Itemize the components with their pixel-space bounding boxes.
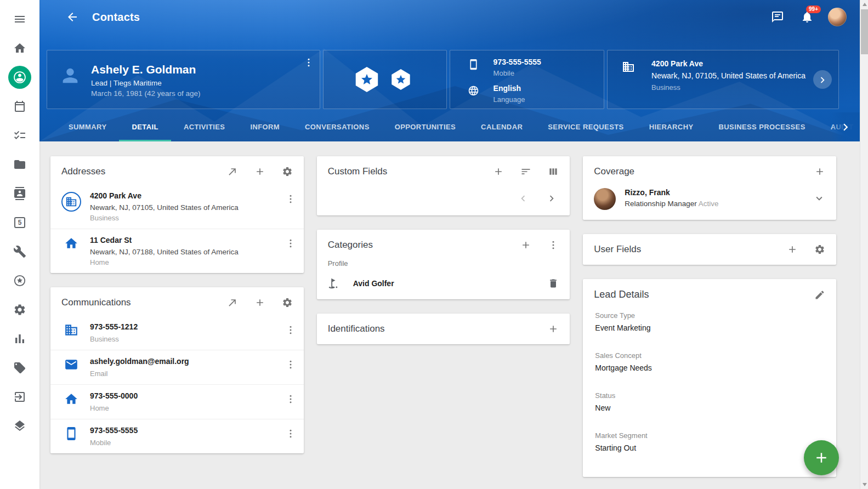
communications-add-button[interactable] bbox=[254, 297, 265, 308]
tab-inform[interactable]: INFORM bbox=[237, 112, 292, 141]
chevron-right-icon bbox=[546, 192, 558, 204]
tab-calendar[interactable]: CALENDAR bbox=[468, 112, 535, 141]
sidebar-item-layers[interactable] bbox=[0, 411, 39, 440]
address-row-home[interactable]: 11 Cedar St Newark, NJ, 07188, United St… bbox=[50, 229, 304, 273]
chevron-left-icon bbox=[517, 192, 529, 204]
communication-type: Business bbox=[90, 335, 285, 343]
lead-field-status: Status New bbox=[595, 391, 824, 412]
communications-open-button[interactable] bbox=[227, 297, 238, 308]
user-fields-settings-button[interactable] bbox=[814, 244, 825, 255]
user-avatar[interactable] bbox=[828, 8, 847, 26]
sidebar-item-directory[interactable] bbox=[0, 179, 39, 208]
user-fields-add-button[interactable] bbox=[787, 244, 798, 255]
scroll-up-button[interactable] bbox=[860, 0, 868, 9]
chevron-right-icon bbox=[838, 120, 853, 134]
communication-type: Mobile bbox=[90, 439, 285, 447]
chat-button[interactable] bbox=[771, 10, 784, 24]
communication-row-menu-button[interactable] bbox=[285, 359, 296, 370]
back-arrow-icon bbox=[66, 10, 79, 24]
sidebar-item-rewards[interactable] bbox=[0, 266, 39, 295]
tabs-scroll-right-button[interactable] bbox=[831, 112, 860, 141]
sidebar-item-folders[interactable] bbox=[0, 150, 39, 179]
app-window: 5 bbox=[0, 0, 868, 489]
custom-fields-columns-button[interactable] bbox=[548, 166, 559, 177]
address-street: 11 Cedar St bbox=[90, 235, 285, 246]
sidebar-item-calendar[interactable] bbox=[0, 92, 39, 121]
tab-detail[interactable]: DETAIL bbox=[119, 112, 171, 141]
addresses-open-button[interactable] bbox=[227, 166, 238, 177]
tab-conversations[interactable]: CONVERSATIONS bbox=[292, 112, 382, 141]
communication-row-menu-button[interactable] bbox=[285, 394, 296, 405]
add-record-fab[interactable] bbox=[804, 440, 839, 475]
tab-opportunities[interactable]: OPPORTUNITIES bbox=[382, 112, 468, 141]
communication-row-menu-button[interactable] bbox=[285, 325, 296, 336]
column-3: Coverage Rizzo, Frank Relationship Manag… bbox=[583, 156, 836, 477]
hexagon-star-badge-1[interactable] bbox=[354, 67, 379, 92]
user-fields-card: User Fields bbox=[583, 234, 836, 265]
sidebar-item-offers[interactable] bbox=[0, 353, 39, 382]
custom-fields-sort-button[interactable] bbox=[520, 166, 531, 177]
sidebar-item-contacts-active[interactable] bbox=[0, 62, 39, 92]
plus-icon bbox=[813, 450, 830, 466]
page-previous-button[interactable] bbox=[517, 192, 529, 204]
back-button[interactable] bbox=[66, 10, 79, 24]
coverage-row[interactable]: Rizzo, Frank Relationship Manager Active bbox=[583, 185, 836, 220]
menu-button[interactable] bbox=[0, 4, 39, 33]
star-circle-icon bbox=[13, 274, 26, 287]
checklist-icon bbox=[13, 129, 26, 142]
coverage-expand-button[interactable] bbox=[813, 192, 825, 204]
communications-settings-button[interactable] bbox=[282, 297, 293, 308]
addresses-add-button[interactable] bbox=[254, 166, 265, 177]
categories-add-button[interactable] bbox=[520, 240, 531, 251]
communication-value: ashely.goldman@email.org bbox=[90, 356, 285, 367]
address-row-business[interactable]: 4200 Park Ave Newark, NJ, 07105, United … bbox=[50, 185, 304, 229]
sidebar-item-settings[interactable] bbox=[0, 295, 39, 324]
sidebar-item-tools[interactable] bbox=[0, 237, 39, 266]
addresses-settings-button[interactable] bbox=[282, 166, 293, 177]
kebab-menu-icon bbox=[285, 359, 296, 370]
lead-field-source-type: Source Type Event Marketing bbox=[595, 311, 824, 332]
tab-activities[interactable]: ACTIVITIES bbox=[171, 112, 238, 141]
contact-actions-menu-button[interactable] bbox=[303, 57, 314, 68]
top-app-bar: Contacts 99+ bbox=[39, 0, 860, 34]
next-record-button[interactable] bbox=[813, 70, 832, 89]
page-next-button[interactable] bbox=[546, 192, 558, 204]
scroll-down-button[interactable] bbox=[860, 480, 868, 489]
communications-card: Communications 973-555-1212 Business bbox=[50, 287, 304, 453]
tab-summary[interactable]: SUMMARY bbox=[56, 112, 119, 141]
communication-row-mobile-phone[interactable]: 973-555-5555 Mobile bbox=[50, 419, 304, 453]
sidebar-item-home[interactable] bbox=[0, 33, 39, 62]
category-delete-button[interactable] bbox=[548, 278, 559, 289]
gear-icon bbox=[282, 166, 293, 177]
custom-fields-add-button[interactable] bbox=[493, 166, 504, 177]
star-icon bbox=[395, 74, 406, 85]
sidebar-item-queue[interactable]: 5 bbox=[0, 208, 39, 237]
address-row-menu-button[interactable] bbox=[285, 194, 296, 204]
field-label: Sales Concept bbox=[595, 351, 824, 360]
address-row-menu-button[interactable] bbox=[285, 238, 296, 249]
field-label: Status bbox=[595, 391, 824, 400]
sidebar-item-analytics[interactable] bbox=[0, 324, 39, 353]
wrench-icon bbox=[13, 245, 26, 258]
kebab-menu-icon bbox=[285, 428, 296, 439]
identifications-add-button[interactable] bbox=[548, 323, 559, 334]
lead-details-edit-button[interactable] bbox=[814, 289, 825, 300]
sidebar-item-exit[interactable] bbox=[0, 382, 39, 411]
category-row[interactable]: Avid Golfer bbox=[317, 272, 570, 299]
communication-row-home-phone[interactable]: 973-555-0000 Home bbox=[50, 384, 304, 419]
coverage-add-button[interactable] bbox=[814, 166, 825, 177]
tab-service-requests[interactable]: SERVICE REQUESTS bbox=[535, 112, 636, 141]
communication-row-email[interactable]: ashely.goldman@email.org Email bbox=[50, 350, 304, 384]
communication-row-business-phone[interactable]: 973-555-1212 Business bbox=[50, 316, 304, 350]
tab-business-processes[interactable]: BUSINESS PROCESSES bbox=[706, 112, 818, 141]
address-line1: 4200 Park Ave bbox=[651, 59, 805, 68]
vertical-scrollbar[interactable] bbox=[860, 0, 868, 489]
communication-row-menu-button[interactable] bbox=[285, 428, 296, 439]
scrollbar-thumb[interactable] bbox=[861, 9, 868, 54]
tab-hierarchy[interactable]: HIERARCHY bbox=[637, 112, 706, 141]
hexagon-star-badge-2[interactable] bbox=[390, 69, 411, 90]
notifications-button[interactable]: 99+ bbox=[801, 10, 814, 24]
plus-icon bbox=[814, 166, 825, 177]
categories-menu-button[interactable] bbox=[548, 240, 559, 251]
sidebar-item-tasks[interactable] bbox=[0, 121, 39, 150]
